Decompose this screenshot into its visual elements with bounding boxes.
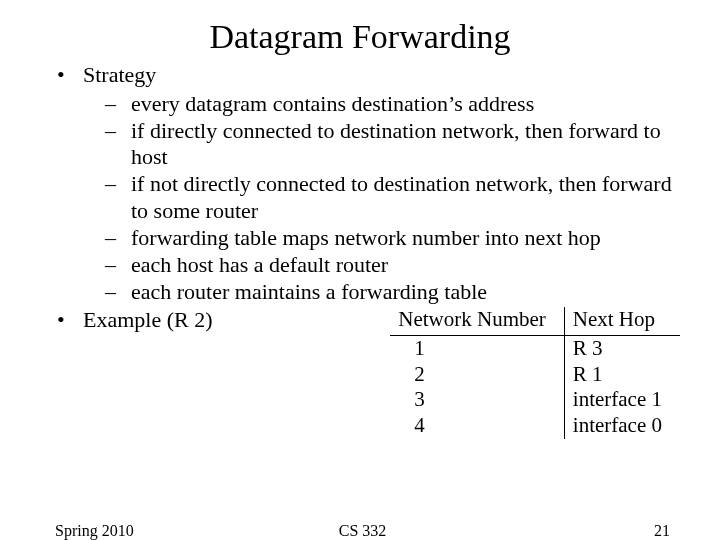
footer-left: Spring 2010 [55,522,260,540]
table-cell: interface 0 [564,413,680,439]
table-cell: R 3 [564,336,680,362]
sub-item: if not directly connected to destination… [83,171,680,225]
strategy-sublist: every datagram contains destination’s ad… [83,91,680,306]
table-row: 4 interface 0 [390,413,680,439]
sub-item: every datagram contains destination’s ad… [83,91,680,118]
table-cell: R 1 [564,362,680,388]
bullet-example-label: Example (R 2) [83,307,213,334]
bullet-example: Example (R 2) Network Number Next Hop 1 … [55,307,680,438]
table-cell: 4 [390,413,564,439]
slide-body: Strategy every datagram contains destina… [0,62,720,439]
table-header: Next Hop [564,307,680,335]
table-row: 3 interface 1 [390,387,680,413]
sub-item: each router maintains a forwarding table [83,279,680,306]
footer-center: CS 332 [260,522,465,540]
sub-item: forwarding table maps network number int… [83,225,680,252]
forwarding-table: Network Number Next Hop 1 R 3 2 R 1 [350,307,680,438]
sub-item: each host has a default router [83,252,680,279]
table-row: 1 R 3 [390,336,680,362]
table-header-row: Network Number Next Hop [390,307,680,335]
table-cell: 3 [390,387,564,413]
bullet-strategy-label: Strategy [83,62,156,87]
footer-right: 21 [465,522,670,540]
table-cell: 2 [390,362,564,388]
sub-item: if directly connected to destination net… [83,118,680,172]
bullet-strategy: Strategy every datagram contains destina… [55,62,680,305]
table-cell: 1 [390,336,564,362]
slide-footer: Spring 2010 CS 332 21 [0,522,720,540]
table-header: Network Number [390,307,564,335]
slide: Datagram Forwarding Strategy every datag… [0,18,720,540]
slide-title: Datagram Forwarding [0,18,720,56]
table-row: 2 R 1 [390,362,680,388]
table-cell: interface 1 [564,387,680,413]
